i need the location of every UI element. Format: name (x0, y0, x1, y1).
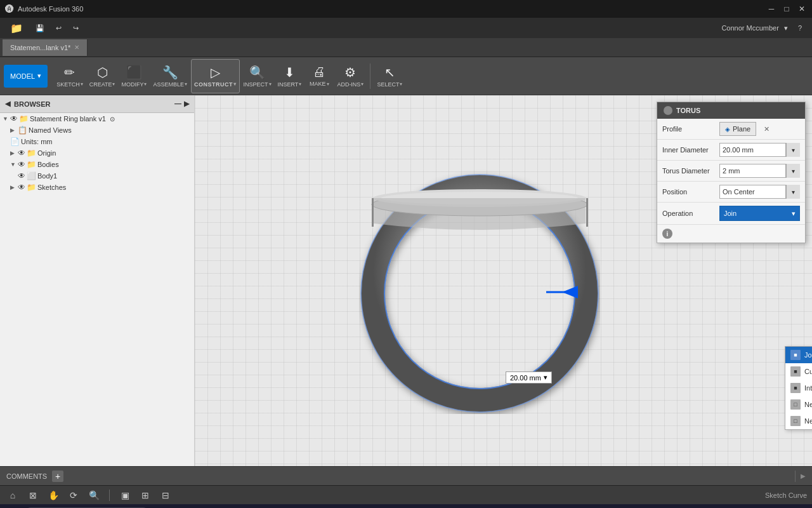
torus-diameter-value: 2 mm (723, 167, 740, 175)
tree-origin[interactable]: ▶ 👁 📁 Origin (0, 147, 194, 159)
tree-body1[interactable]: 👁 ⬜ Body1 (0, 170, 194, 182)
op-cut-item[interactable]: ■ Cut (785, 363, 812, 380)
insert-tool-button[interactable]: ⬇ INSERT▾ (275, 59, 304, 93)
menu-file[interactable]: 📁 (5, 20, 28, 37)
root-settings-icon[interactable]: ⊙ (110, 116, 115, 123)
grid-settings-button[interactable]: ⊟ (158, 488, 173, 502)
torus-close-circle[interactable] (664, 106, 672, 115)
fusion-taskbar-button[interactable]: 🅕 (270, 505, 290, 508)
orbit-button[interactable]: ⟳ (66, 488, 81, 502)
tree-sketches[interactable]: ▶ 👁 📁 Sketches (0, 182, 194, 193)
bottom-separator-1 (109, 490, 110, 501)
units-icon: 📄 (10, 137, 20, 146)
close-button[interactable]: ✕ (797, 4, 807, 14)
comments-add-button[interactable]: + (52, 471, 63, 482)
select-tool-button[interactable]: ↖ SELECT▾ (374, 59, 405, 93)
tree-units[interactable]: 📄 Units: mm (0, 136, 194, 147)
tab-close-button[interactable]: ✕ (74, 44, 79, 51)
root-expand-arrow[interactable]: ▼ (3, 116, 9, 122)
dimension-label[interactable]: 20.00 mm ▾ (506, 371, 552, 384)
op-new-component-item[interactable]: □ New Component (785, 413, 812, 429)
browser-header: ◀ BROWSER — ▶ (0, 95, 194, 113)
inner-diameter-input[interactable]: 20.00 mm (719, 143, 786, 157)
browser-back-icon[interactable]: ◀ (5, 100, 10, 108)
browser-collapse-icon[interactable]: — (174, 100, 181, 108)
bodies-arrow[interactable]: ▼ (10, 161, 16, 168)
comments-collapse-icon[interactable]: ▶ (801, 472, 806, 479)
model-button[interactable]: MODEL ▾ (4, 65, 48, 88)
op-intersect-item[interactable]: ■ Intersect (785, 380, 812, 396)
select-label: SELECT▾ (377, 81, 402, 88)
dimension-expand-icon[interactable]: ▾ (544, 373, 547, 382)
add-ins-label: ADD-INS▾ (337, 81, 363, 88)
minimize-button[interactable]: ─ (766, 4, 776, 14)
tree-named-views[interactable]: ▶ 📋 Named Views (0, 124, 194, 136)
torus-diameter-input-group: 2 mm ▾ (719, 164, 800, 178)
make-tool-button[interactable]: 🖨 MAKE▾ (305, 59, 333, 93)
origin-arrow[interactable]: ▶ (10, 150, 16, 156)
add-ins-icon: ⚙ (344, 65, 356, 80)
create-tool-button[interactable]: ⬡ CREATE▾ (87, 59, 118, 93)
assemble-tool-button[interactable]: 🔧 ASSEMBLE▾ (150, 59, 190, 93)
browser-expand-icon[interactable]: ▶ (184, 100, 189, 108)
new-body-op-label: New Body (804, 401, 812, 408)
zoom-button[interactable]: 🔍 (86, 488, 102, 502)
torus-diameter-input[interactable]: 2 mm (719, 164, 786, 178)
svg-rect-8 (586, 198, 588, 227)
fit-view-button[interactable]: ⊠ (25, 488, 41, 502)
inner-diameter-label: Inner Diameter (662, 146, 719, 154)
active-tab[interactable]: Statemen...lank v1* ✕ (3, 39, 88, 56)
bodies-eye-icon[interactable]: 👁 (18, 160, 25, 169)
sketches-eye-icon[interactable]: 👁 (18, 183, 25, 192)
root-eye-icon[interactable]: 👁 (10, 114, 18, 123)
display-button[interactable]: ▣ (117, 488, 133, 502)
chrome-button[interactable]: ⊙ (223, 505, 242, 508)
user-dropdown-icon[interactable]: ▾ (784, 24, 788, 32)
construct-tool-button[interactable]: ▷ CONSTRUCT▾ (191, 59, 240, 93)
select-icon: ↖ (384, 65, 395, 80)
profile-clear-button[interactable]: ✕ (761, 124, 771, 134)
position-input[interactable]: On Center (719, 185, 786, 199)
edge-browser-button[interactable]: 🌐 (173, 505, 195, 508)
maximize-button[interactable]: □ (782, 4, 792, 14)
torus-profile-row: Profile ◈ Plane ✕ (657, 119, 805, 140)
modify-tool-button[interactable]: ⬛ MODIFY▾ (119, 59, 149, 93)
torus-diameter-dropdown[interactable]: ▾ (786, 164, 800, 178)
tree-root-item[interactable]: ▼ 👁 📁 Statement Ring blank v1 ⊙ (0, 113, 194, 124)
origin-eye-icon[interactable]: 👁 (18, 149, 25, 157)
operation-dropdown-menu: ■ Join ■ Cut ■ Intersect □ New Body □ Ne… (785, 346, 812, 430)
help-button[interactable]: ? (793, 22, 807, 34)
inner-diameter-dropdown[interactable]: ▾ (786, 143, 800, 157)
home-view-button[interactable]: ⌂ (5, 488, 20, 502)
root-label: Statement Ring blank v1 (30, 115, 106, 123)
add-ins-tool-button[interactable]: ⚙ ADD-INS▾ (334, 59, 366, 93)
menu-redo[interactable]: ↪ (68, 22, 84, 35)
construct-icon: ▷ (211, 65, 220, 80)
grid-button[interactable]: ⊞ (138, 488, 153, 502)
inner-diameter-value: 20.00 mm (723, 146, 754, 154)
body1-eye-icon[interactable]: 👁 (18, 171, 25, 180)
menu-undo[interactable]: ↩ (51, 22, 67, 35)
position-label: Position (662, 188, 719, 196)
op-new-body-item[interactable]: □ New Body (785, 396, 812, 413)
op-join-item[interactable]: ■ Join (785, 347, 812, 363)
create-icon: ⬡ (97, 65, 108, 80)
sticky-button[interactable]: 📌 (244, 505, 267, 508)
sketch-tool-button[interactable]: ✏ SKETCH▾ (54, 59, 86, 93)
pan-button[interactable]: ✋ (46, 488, 61, 502)
inspect-tool-button[interactable]: 🔍 INSPECT▾ (241, 59, 274, 93)
named-views-icon: 📋 (18, 126, 27, 135)
canvas[interactable]: 20.00 mm ▾ RIGHT TORUS Profile ◈ Plane (195, 95, 812, 466)
plane-button[interactable]: ◈ Plane (719, 122, 756, 136)
title-bar-left: 🅐 Autodesk Fusion 360 (5, 4, 83, 14)
position-dropdown[interactable]: ▾ (786, 185, 800, 199)
menu-save[interactable]: 💾 (30, 22, 49, 35)
explorer-button[interactable]: 📁 (198, 505, 221, 508)
browser-header-left: ◀ BROWSER (5, 100, 50, 108)
start-button[interactable]: ⊞ (3, 505, 21, 508)
named-views-arrow[interactable]: ▶ (10, 127, 16, 133)
sketches-arrow[interactable]: ▶ (10, 184, 16, 190)
task-view-button[interactable]: ⧉ (153, 505, 170, 508)
tree-bodies[interactable]: ▼ 👁 📁 Bodies (0, 159, 194, 170)
operation-dropdown[interactable]: Join ▾ (719, 206, 800, 221)
